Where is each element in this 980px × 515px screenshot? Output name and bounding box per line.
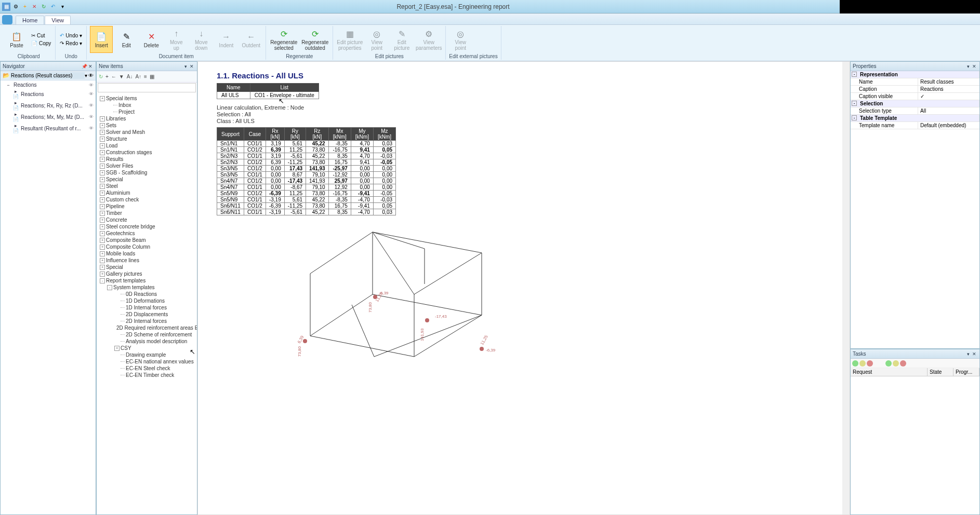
tree-item[interactable]: +Concrete — [98, 216, 196, 223]
expand-icon[interactable]: - — [107, 285, 112, 290]
task-pause2-icon[interactable] — [893, 360, 899, 367]
report-content[interactable]: 1.1. Reactions - All ULS NameList All UL… — [197, 61, 850, 515]
tree-item[interactable]: +Libraries — [98, 115, 196, 122]
tb-filter-icon[interactable]: ▼ — [118, 74, 125, 79]
prop-row[interactable]: Selection typeAll — [851, 107, 979, 115]
content-scrollbar[interactable] — [842, 62, 850, 514]
tree-item[interactable]: Drawing example — [98, 351, 196, 358]
tree-item[interactable]: +Construction stages — [98, 149, 196, 156]
pin-icon[interactable]: ▾ — [182, 64, 189, 69]
tree-item[interactable]: +Timber — [98, 210, 196, 216]
prop-row[interactable]: Template nameDefault (embedded) — [851, 122, 979, 129]
tree-item[interactable]: +CSY — [98, 345, 196, 351]
eye-icon[interactable]: 👁 — [89, 126, 94, 131]
col-state[interactable]: State — [928, 368, 953, 376]
tree-item[interactable]: +Steel concrete bridge — [98, 223, 196, 230]
qat-undo-icon[interactable]: ↶ — [49, 3, 57, 11]
expand-icon[interactable]: + — [100, 137, 105, 142]
tree-item[interactable]: +Solver and Mesh — [98, 129, 196, 135]
qat-more-icon[interactable]: ▾ — [58, 3, 67, 11]
tree-item[interactable]: 0D Reactions — [98, 291, 196, 297]
tree-item[interactable]: +Special items — [98, 95, 196, 102]
tree-item[interactable]: +Special — [98, 176, 196, 183]
eye-icon[interactable]: 👁 — [89, 114, 94, 119]
prop-value[interactable]: All — [918, 107, 979, 114]
pin-icon[interactable]: 📌 — [81, 64, 87, 69]
expand-icon[interactable]: + — [100, 218, 105, 223]
expand-icon[interactable]: + — [100, 123, 105, 128]
ext-viewpoint-button[interactable]: ◎View point — [449, 26, 472, 53]
tree-item[interactable]: 2D Required reinforcement areas E — [98, 324, 196, 331]
expand-icon[interactable]: + — [100, 170, 105, 175]
qat-refresh-icon[interactable]: ↻ — [39, 3, 48, 11]
regen-outdated-button[interactable]: ⟳Regenerate outdated — [300, 26, 329, 53]
tree-item[interactable]: +Special — [98, 264, 196, 270]
movedown-button[interactable]: ↓Move down — [190, 26, 213, 53]
expand-icon[interactable]: + — [100, 116, 105, 121]
prop-section-header[interactable]: -Representation — [851, 71, 979, 78]
expand-icon[interactable]: + — [100, 157, 105, 162]
expand-icon[interactable]: + — [100, 245, 105, 250]
outdent-button[interactable]: ←Outdent — [240, 26, 262, 53]
tab-view[interactable]: View — [45, 16, 71, 24]
tree-item[interactable]: +Results — [98, 156, 196, 162]
tree-item[interactable]: 1D Internal forces — [98, 304, 196, 311]
tree-item[interactable]: EC-EN national annex values — [98, 358, 196, 365]
tree-item[interactable]: +Mobile loads — [98, 250, 196, 257]
qat-add-icon[interactable]: + — [21, 3, 29, 11]
paste-button[interactable]: 📋 Paste — [5, 26, 28, 53]
expand-icon[interactable]: + — [100, 164, 105, 169]
newitems-search-input[interactable] — [98, 83, 196, 92]
tree-item[interactable]: Project — [98, 109, 196, 115]
tree-item[interactable]: -Report templates — [98, 277, 196, 284]
prop-section-header[interactable]: -Selection — [851, 100, 979, 107]
tree-item[interactable]: +Solver Files — [98, 162, 196, 169]
insert-button[interactable]: 📄Insert — [90, 26, 113, 53]
editpicprops-button[interactable]: ▦Edit picture properties — [336, 26, 363, 53]
tree-item[interactable]: +Geotechnics — [98, 230, 196, 237]
navigator-item[interactable]: ▸📄Resultant (Resultant of r...👁 — [1, 123, 96, 134]
tb-list-icon[interactable]: ≡ — [143, 74, 148, 79]
expand-icon[interactable]: + — [100, 184, 105, 189]
tree-item[interactable]: Analysis model description — [98, 338, 196, 345]
prop-value[interactable]: ✓ — [918, 93, 979, 100]
expand-icon[interactable]: + — [100, 204, 105, 209]
collapse-icon[interactable]: - — [852, 115, 857, 120]
qat-settings-icon[interactable]: ⚙ — [11, 3, 20, 11]
expand-icon[interactable]: + — [100, 150, 105, 155]
tree-item[interactable]: +SGB - Scaffolding — [98, 169, 196, 176]
collapse-icon[interactable]: - — [852, 72, 857, 77]
tree-item[interactable]: +Sets — [98, 122, 196, 129]
expand-icon[interactable]: + — [100, 177, 105, 182]
task-pause-icon[interactable] — [859, 360, 866, 367]
tb-grid-icon[interactable]: ▦ — [149, 74, 155, 79]
cut-button[interactable]: ✂Cut — [30, 32, 52, 39]
tree-item[interactable]: +Pipeline — [98, 203, 196, 210]
eye-icon[interactable]: 👁 — [89, 83, 94, 88]
qat-delete-icon[interactable]: ✕ — [30, 3, 38, 11]
tb-sort-asc-icon[interactable]: A↓ — [126, 74, 134, 79]
tree-item[interactable]: 1D Deformations — [98, 297, 196, 304]
navigator-item[interactable]: −Reactions👁 — [1, 82, 96, 88]
expand-icon[interactable]: + — [114, 346, 120, 351]
expand-icon[interactable]: + — [100, 251, 105, 256]
tree-item[interactable]: 2D Internal forces — [98, 318, 196, 324]
navigator-item[interactable]: ▸📄Reactions👁 — [1, 88, 96, 100]
expand-icon[interactable]: + — [100, 191, 105, 196]
viewparams-button[interactable]: ⚙View parameters — [415, 26, 442, 53]
tree-item[interactable]: EC-EN Steel check — [98, 365, 196, 372]
expand-icon[interactable]: + — [100, 258, 105, 263]
prop-value[interactable]: Result classes — [918, 78, 979, 85]
moveup-button[interactable]: ↑Move up — [165, 26, 188, 53]
tb-refresh-icon[interactable]: ↻ — [98, 74, 103, 79]
prop-value[interactable]: Default (embedded) — [918, 122, 979, 129]
file-menu-button[interactable] — [2, 15, 12, 24]
tree-item[interactable]: +Aluminium — [98, 189, 196, 196]
expand-icon[interactable]: − — [5, 83, 12, 88]
prop-row[interactable]: NameResult classes — [851, 78, 979, 86]
expand-icon[interactable]: + — [100, 238, 105, 243]
tree-item[interactable]: EC-EN Timber check — [98, 372, 196, 378]
expand-icon[interactable]: + — [100, 130, 105, 135]
task-run-icon[interactable] — [852, 360, 858, 367]
close-icon[interactable]: ✕ — [87, 64, 94, 69]
